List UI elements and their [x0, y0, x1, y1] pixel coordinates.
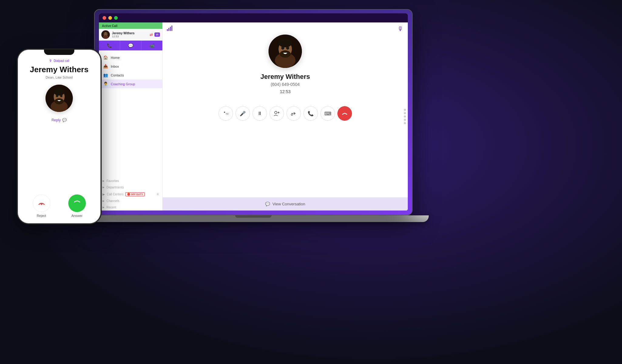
- phone-caller-name: Jeremy Withers: [30, 65, 88, 74]
- sidebar-quick-actions: [404, 109, 406, 124]
- inbox-icon: 📥: [103, 64, 108, 69]
- quick-action-dot-5[interactable]: [404, 122, 406, 124]
- sidebar-section-recent[interactable]: ▶ Recent: [99, 204, 162, 211]
- phone-action-row: Reject Answer: [24, 194, 95, 217]
- sidebar-label-recent: Recent: [106, 206, 116, 209]
- svg-point-23: [55, 98, 64, 104]
- phone-caller-title: Dean, Law School: [46, 76, 73, 79]
- sidebar-section-departments[interactable]: ▶ Departments: [99, 184, 162, 190]
- bar3: [170, 27, 171, 31]
- answer-button[interactable]: [68, 194, 86, 212]
- coaching-icon: 👨‍💼: [103, 82, 108, 86]
- title-bar: [99, 13, 408, 22]
- sidebar-label-favorites: Favorites: [106, 179, 119, 183]
- phone-avatar: [46, 85, 73, 112]
- sidebar-phone-button[interactable]: 📞: [99, 41, 120, 50]
- chevron-channels-icon: ▶: [103, 200, 104, 202]
- view-conversation-bar[interactable]: 💬 View Conversation: [163, 197, 408, 211]
- hangup-button[interactable]: [337, 106, 352, 121]
- reject-action: Reject: [33, 194, 50, 217]
- sidebar-label-home: Home: [111, 56, 120, 59]
- answer-label: Answer: [71, 214, 83, 217]
- keypad-button[interactable]: ⌨: [320, 106, 335, 121]
- record-button[interactable]: REC: [218, 106, 233, 121]
- svg-point-4: [106, 34, 107, 35]
- view-conversation-label: View Conversation: [272, 202, 305, 206]
- sidebar-label-channels: Channels: [106, 199, 119, 203]
- sidebar-label-contacts: Contacts: [111, 73, 124, 77]
- svg-point-2: [103, 35, 108, 39]
- quick-action-dot-2[interactable]: [404, 112, 406, 114]
- laptop-body: Active Call: [94, 9, 413, 215]
- sidebar-section-channels[interactable]: ▶ Channels: [99, 198, 162, 204]
- contacts-icon: 👥: [103, 73, 108, 77]
- conversation-icon: 💬: [265, 202, 270, 206]
- chevron-recent-icon: ▶: [103, 206, 104, 209]
- svg-point-3: [104, 34, 105, 35]
- answer-action: Answer: [68, 194, 86, 217]
- call-timer-main: 12:53: [280, 89, 290, 94]
- sidebar-item-contacts[interactable]: 👥 Contacts: [99, 71, 162, 79]
- svg-point-24: [54, 88, 65, 96]
- bar4: [171, 25, 172, 31]
- sidebar-label-coaching: Coaching Group: [111, 82, 135, 86]
- call-contact-info: Jeremy Withers (604) 649-0504 12:53 REC …: [218, 35, 352, 121]
- svg-point-14: [275, 111, 277, 114]
- swap-icon[interactable]: ⇄: [150, 32, 153, 37]
- sidebar-label-callcenters: Call Centers: [107, 193, 123, 196]
- sidebar-video-button[interactable]: 📹: [141, 41, 162, 50]
- nav-list: 🏠 Home 📥 Inbox 👥 Contacts 👨‍💼: [99, 51, 162, 178]
- vi-badge[interactable]: Vi: [154, 32, 160, 37]
- mute-button[interactable]: 🎤: [235, 106, 250, 121]
- quick-action-dot-3[interactable]: [404, 116, 406, 118]
- minimize-window-button[interactable]: [108, 16, 112, 20]
- phone-screen: 🎙 Dialpad call Jeremy Withers Dean, Law …: [18, 55, 101, 224]
- microphone-button[interactable]: 🎙: [397, 25, 404, 32]
- off-duty-badge: 🔴 OFF DUTY: [125, 192, 145, 196]
- sidebar: Active Call: [99, 22, 163, 211]
- contact-avatar-large: [269, 35, 302, 68]
- add-caller-button[interactable]: [269, 106, 284, 121]
- sidebar-section-callcenters[interactable]: ▶ Call Centers 🔴 OFF DUTY ≡: [99, 190, 162, 198]
- chevron-favorites-icon: ▶: [103, 180, 104, 182]
- app-layout: Active Call: [99, 22, 408, 211]
- caller-name-small: Jeremy Withers: [112, 32, 147, 35]
- reject-button[interactable]: [33, 194, 50, 212]
- call-button[interactable]: 📞: [303, 106, 318, 121]
- top-bar-right: 🎙: [397, 25, 404, 32]
- phone-body: 🎙 Dialpad call Jeremy Withers Dean, Law …: [17, 49, 102, 224]
- sidebar-section-favorites[interactable]: ▶ Favorites: [99, 178, 162, 184]
- sidebar-label-departments: Departments: [106, 186, 124, 189]
- sidebar-item-coaching[interactable]: 👨‍💼 Coaching Group: [99, 79, 162, 88]
- reorder-icon[interactable]: ≡: [157, 192, 159, 196]
- reject-label: Reject: [37, 214, 46, 217]
- close-window-button[interactable]: [103, 16, 106, 20]
- quick-action-dot-1[interactable]: [404, 109, 406, 111]
- call-action-bar: 📞 💬 📹: [99, 41, 162, 51]
- sidebar-item-home[interactable]: 🏠 Home: [99, 53, 162, 62]
- dialpad-call-label: 🎙 Dialpad call: [49, 59, 69, 62]
- dialpad-icon: 🎙: [49, 59, 52, 62]
- contact-phone: (604) 649-0504: [271, 82, 300, 87]
- laptop-base: [78, 215, 429, 222]
- sidebar-chat-button[interactable]: 💬: [120, 41, 141, 50]
- phone-reply-button[interactable]: Reply 💬: [52, 118, 67, 122]
- contact-name-main: Jeremy Withers: [260, 73, 310, 81]
- laptop-screen: Active Call: [99, 13, 408, 211]
- call-info: Jeremy Withers 12:53: [112, 32, 147, 38]
- main-call-area: 🎙: [163, 22, 408, 211]
- svg-rect-12: [224, 112, 225, 113]
- signal-bars: [167, 25, 172, 31]
- call-action-icons: ⇄ Vi: [150, 32, 160, 37]
- transfer-button[interactable]: [286, 106, 301, 121]
- active-call-row[interactable]: Jeremy Withers 12:53 ⇄ Vi: [99, 29, 162, 41]
- bar2: [168, 28, 169, 31]
- maximize-window-button[interactable]: [114, 16, 118, 20]
- sidebar-label-inbox: Inbox: [111, 65, 119, 68]
- pause-button[interactable]: ⏸: [252, 106, 267, 121]
- quick-action-dot-4[interactable]: [404, 119, 406, 121]
- svg-text:REC: REC: [226, 113, 228, 115]
- chevron-callcenters-icon: ▶: [103, 193, 105, 196]
- sidebar-item-inbox[interactable]: 📥 Inbox: [99, 62, 162, 71]
- call-controls: REC 🎤 ⏸ 📞 ⌨: [218, 106, 352, 121]
